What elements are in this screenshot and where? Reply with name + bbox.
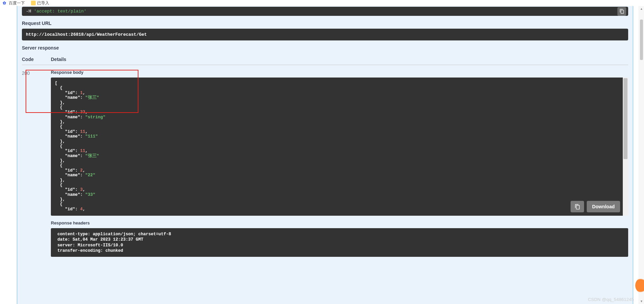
response-headers-content: content-type: application/json; charset=…	[51, 228, 628, 257]
folder-icon	[31, 1, 36, 5]
response-body-title: Response body	[51, 70, 628, 75]
response-table-header: Code Details	[22, 53, 628, 65]
response-body-content[interactable]: [ { "id": 1, "name": "张三" }, { "id": 33,…	[51, 78, 623, 216]
response-scrollbar[interactable]	[623, 78, 628, 216]
scroll-down-arrow[interactable]: ▼	[639, 299, 644, 304]
bookmark-baidu[interactable]: ✿ 百度一下	[3, 0, 25, 6]
bookmark-label: 已导入	[37, 0, 49, 6]
column-details: Details	[51, 57, 66, 62]
request-url-value: http://localhost:26818/api/WeatherForeca…	[22, 29, 628, 40]
bookmark-label: 百度一下	[9, 0, 25, 6]
copy-curl-button[interactable]	[617, 7, 626, 16]
left-margin	[0, 6, 17, 304]
clipboard-icon	[619, 9, 624, 14]
page-scrollbar-thumb[interactable]	[640, 20, 643, 60]
download-button[interactable]: Download	[587, 201, 620, 212]
baidu-icon: ✿	[3, 1, 7, 5]
page-content: -H 'accept: text/plain' Request URL http…	[0, 6, 644, 304]
copy-response-button[interactable]	[571, 201, 584, 212]
bookmark-imported[interactable]: 已导入	[31, 0, 49, 6]
response-row: 200 Response body [ { "id": 1, "name": "…	[22, 70, 628, 257]
side-widget[interactable]	[635, 277, 644, 294]
scroll-up-arrow[interactable]: ▲	[639, 6, 644, 11]
request-url-title: Request URL	[22, 21, 628, 26]
response-headers-title: Response headers	[51, 220, 628, 225]
operation-block: -H 'accept: text/plain' Request URL http…	[17, 6, 633, 304]
response-body-container: [ { "id": 1, "name": "张三" }, { "id": 33,…	[51, 78, 628, 216]
clipboard-icon	[575, 204, 580, 210]
curl-value: 'accept: text/plain'	[34, 9, 86, 14]
page-scrollbar[interactable]: ▲ ▼	[639, 6, 644, 304]
watermark: CSDN @qq_54861245	[588, 297, 634, 302]
status-code: 200	[22, 70, 51, 257]
column-code: Code	[22, 57, 51, 62]
response-actions: Download	[571, 201, 620, 212]
curl-snippet: -H 'accept: text/plain'	[22, 7, 628, 16]
curl-flag: -H	[26, 9, 31, 14]
server-response-title: Server response	[22, 45, 628, 51]
bookmark-bar: ✿ 百度一下 已导入	[0, 0, 644, 6]
response-details: Response body [ { "id": 1, "name": "张三" …	[51, 70, 628, 257]
scrollbar-thumb[interactable]	[623, 78, 627, 159]
